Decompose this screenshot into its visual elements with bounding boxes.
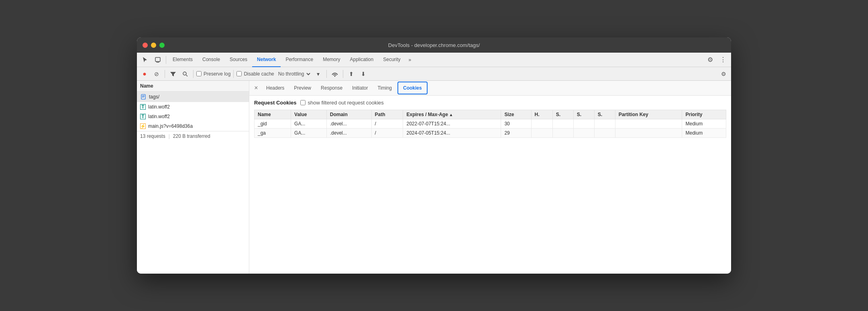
cell-value: GA...	[291, 119, 327, 129]
col-size[interactable]: Size	[501, 110, 531, 119]
more-options-icon[interactable]: ⋮	[717, 54, 729, 66]
sidebar-item-mainjs[interactable]: ⚡ main.js?v=6498d36a	[137, 121, 249, 131]
col-s2[interactable]: S.	[573, 110, 594, 119]
preserve-log-checkbox[interactable]: Preserve log	[196, 71, 230, 77]
col-s1[interactable]: S.	[552, 110, 573, 119]
cell-partition_key	[615, 119, 682, 129]
show-filtered-input[interactable]	[300, 100, 306, 105]
sidebar-item-label: tags/	[149, 94, 159, 100]
tab-preview[interactable]: Preview	[289, 82, 316, 94]
tab-sources[interactable]: Sources	[225, 53, 252, 67]
cell-name: _gid	[255, 119, 291, 129]
tab-memory[interactable]: Memory	[318, 53, 345, 67]
detail-panel: × Headers Preview Response Initiator Tim…	[249, 81, 731, 274]
cell-expires: 2024-07-05T15:24...	[403, 129, 501, 138]
network-settings-icon[interactable]: ⚙	[718, 69, 729, 79]
cell-s2	[573, 119, 594, 129]
devtools-window: DevTools - developer.chrome.com/tags/ El…	[137, 37, 731, 274]
download-icon[interactable]: ⬇	[358, 69, 369, 79]
cell-s3	[594, 119, 615, 129]
tab-timing[interactable]: Timing	[373, 82, 397, 94]
inspect-icon[interactable]	[152, 54, 164, 66]
tab-elements[interactable]: Elements	[168, 53, 198, 67]
tab-cookies[interactable]: Cookies	[397, 82, 428, 94]
throttling-select[interactable]: No throttling	[276, 71, 312, 77]
cell-s3	[594, 129, 615, 138]
col-expires[interactable]: Expires / Max-Age	[403, 110, 501, 119]
toolbar-separator-4	[326, 70, 327, 78]
wifi-icon[interactable]	[330, 69, 340, 79]
cookies-title: Request Cookies	[254, 100, 296, 106]
preserve-log-input[interactable]	[196, 71, 202, 76]
minimize-button[interactable]	[151, 43, 156, 48]
tab-headers[interactable]: Headers	[261, 82, 289, 94]
cell-path: /	[371, 129, 403, 138]
close-button[interactable]	[143, 43, 148, 48]
tab-separator-1	[166, 56, 166, 64]
preserve-log-label: Preserve log	[204, 71, 230, 77]
tab-initiator[interactable]: Initiator	[347, 82, 373, 94]
cell-h	[531, 119, 552, 129]
tab-performance[interactable]: Performance	[281, 53, 318, 67]
show-filtered-label: show filtered out request cookies	[308, 100, 383, 106]
svg-rect-0	[155, 57, 160, 61]
sidebar-item-tags[interactable]: tags/	[137, 92, 249, 102]
cookies-header-row: Request Cookies show filtered out reques…	[254, 100, 726, 106]
cell-size: 29	[501, 129, 531, 138]
transferred-size: 220 B transferred	[173, 133, 210, 139]
svg-line-2	[186, 75, 188, 76]
upload-icon[interactable]: ⬆	[346, 69, 357, 79]
tab-application[interactable]: Application	[345, 53, 378, 67]
tab-network[interactable]: Network	[252, 53, 281, 67]
cell-priority: Medium	[682, 119, 726, 129]
tab-console[interactable]: Console	[198, 53, 225, 67]
col-priority[interactable]: Priority	[682, 110, 726, 119]
show-filtered-checkbox[interactable]: show filtered out request cookies	[300, 100, 383, 106]
more-tabs-button[interactable]: »	[405, 57, 415, 63]
network-sidebar: Name tags/ T latin.woff2 T latin.woff2 ⚡…	[137, 81, 249, 274]
col-value[interactable]: Value	[291, 110, 327, 119]
col-domain[interactable]: Domain	[326, 110, 371, 119]
traffic-lights	[143, 43, 165, 48]
search-icon[interactable]	[180, 69, 190, 79]
sidebar-item-latin1[interactable]: T latin.woff2	[137, 102, 249, 112]
disable-cache-checkbox[interactable]: Disable cache	[236, 71, 274, 77]
main-content: Name tags/ T latin.woff2 T latin.woff2 ⚡…	[137, 81, 731, 274]
cell-domain: .devel...	[326, 119, 371, 129]
throttle-dropdown-icon[interactable]: ▾	[313, 69, 324, 79]
col-s3[interactable]: S.	[594, 110, 615, 119]
cookies-content: Request Cookies show filtered out reques…	[249, 96, 731, 274]
devtools-tab-bar: Elements Console Sources Network Perform…	[137, 53, 731, 67]
cell-partition_key	[615, 129, 682, 138]
filter-icon[interactable]	[168, 69, 178, 79]
svg-point-1	[183, 72, 186, 75]
table-row[interactable]: _gidGA....devel.../2022-07-07T15:24...30…	[255, 119, 726, 129]
cell-s1	[552, 129, 573, 138]
document-icon	[140, 94, 147, 100]
col-path[interactable]: Path	[371, 110, 403, 119]
cursor-icon[interactable]	[139, 54, 151, 66]
disable-cache-input[interactable]	[236, 71, 242, 76]
cell-path: /	[371, 119, 403, 129]
disable-cache-label: Disable cache	[244, 71, 274, 77]
cell-s1	[552, 119, 573, 129]
tab-security[interactable]: Security	[378, 53, 405, 67]
maximize-button[interactable]	[159, 43, 165, 48]
settings-icon[interactable]: ⚙	[704, 54, 716, 66]
col-h[interactable]: H.	[531, 110, 552, 119]
sidebar-item-latin2[interactable]: T latin.woff2	[137, 112, 249, 121]
record-button[interactable]: ●	[139, 69, 150, 79]
detail-close-button[interactable]: ×	[251, 82, 261, 94]
tab-response[interactable]: Response	[316, 82, 347, 94]
col-name[interactable]: Name	[255, 110, 291, 119]
toolbar-separator-2	[193, 70, 194, 78]
cell-priority: Medium	[682, 129, 726, 138]
table-row[interactable]: _gaGA....devel.../2024-07-05T15:24...29M…	[255, 129, 726, 138]
block-requests-icon[interactable]: ⊘	[151, 69, 162, 79]
requests-count: 13 requests	[140, 133, 165, 139]
cell-expires: 2022-07-07T15:24...	[403, 119, 501, 129]
col-partition-key[interactable]: Partition Key	[615, 110, 682, 119]
cell-name: _ga	[255, 129, 291, 138]
sidebar-item-label: latin.woff2	[148, 104, 170, 110]
cell-domain: .devel...	[326, 129, 371, 138]
